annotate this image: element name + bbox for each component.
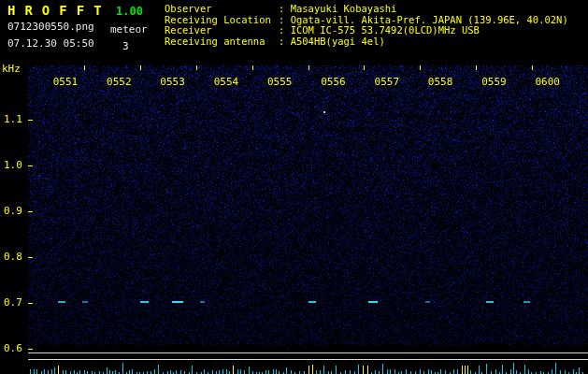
time-axis: 0551055205530554055505560557055805590600	[0, 76, 588, 88]
app-version: 1.00	[116, 5, 143, 18]
info-value: : ICOM IC-575 53.7492(0LCD)MHz USB	[279, 24, 480, 36]
time-tick-label: 0556	[316, 76, 351, 88]
echo-count: 3	[122, 40, 129, 52]
app-title: HROFFT	[7, 3, 111, 18]
info-label: Observer	[165, 4, 279, 15]
info-value: : Masayuki Kobayashi	[279, 3, 396, 14]
output-filename: 0712300550.png	[7, 21, 94, 33]
time-tick-label: 0600	[530, 76, 566, 88]
time-tick-label: 0551	[48, 76, 83, 88]
freq-tick-label: 1.0	[4, 159, 22, 171]
spectrogram-canvas	[0, 0, 588, 374]
info-label: Receiver	[165, 25, 279, 36]
info-label: Receiving antenna	[165, 36, 279, 48]
freq-axis-unit: kHz	[2, 63, 21, 75]
info-value: : A504HB(yagi 4el)	[279, 36, 385, 47]
freq-tick-label: 0.7	[4, 296, 22, 309]
freq-tick-label: 0.6	[4, 342, 22, 354]
freq-tick-label: 0.9	[4, 205, 22, 217]
time-tick-label: 0553	[155, 76, 191, 88]
time-tick-label: 0554	[208, 76, 244, 88]
time-tick-label: 0557	[369, 76, 405, 88]
time-tick-label: 0558	[423, 76, 458, 88]
time-tick-label: 0552	[101, 76, 136, 88]
freq-tick-label: 1.1	[4, 113, 22, 125]
info-value: : Ogata-vill. Akita-Pref. JAPAN (139.96E…	[279, 14, 568, 25]
mode-label: meteor	[110, 23, 148, 36]
freq-tick-label: 0.8	[4, 251, 22, 263]
time-tick-label: 0555	[262, 76, 297, 88]
observation-datetime: 07.12.30 05:50	[7, 37, 94, 50]
station-info: Observer: Masayuki KobayashiReceiving Lo…	[165, 4, 568, 47]
station-info-line: Receiving antenna: A504HB(yagi 4el)	[165, 36, 568, 48]
time-tick-label: 0559	[476, 76, 511, 88]
